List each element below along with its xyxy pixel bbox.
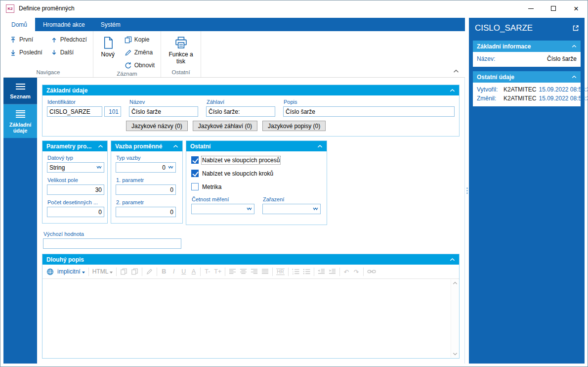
list-icon [16,82,25,91]
next-button[interactable]: Další [49,47,88,58]
tab-system[interactable]: Systém [93,18,128,31]
align-right-icon[interactable] [251,268,258,275]
zahlavi-input[interactable] [206,106,275,117]
font-color-icon[interactable]: A [190,268,197,275]
pocet-desetinnych-input[interactable] [47,207,104,217]
panel-splitter[interactable] [465,18,469,364]
minimize-button[interactable] [519,0,542,16]
identifikator-input[interactable] [47,106,102,117]
editor-content[interactable] [42,279,459,358]
section-zakladni-informace: Základní informace Název: Číslo šarže [473,41,581,67]
toolbar-separator [116,268,117,276]
field-nazev: Název [129,99,198,117]
change-button[interactable]: Změna [123,47,156,58]
collapse-panel-icon[interactable] [317,144,323,148]
editor-scrollbar[interactable] [451,279,459,358]
paste-icon[interactable] [131,268,138,275]
typ-vazby-select[interactable]: 0 [116,162,176,173]
vychozi-hodnota-input[interactable] [43,238,181,249]
tab-hromadne-akce[interactable]: Hromadné akce [35,18,93,31]
ribbon-group-ostatni: Funkce a tisk Ostatní [161,31,201,77]
jazykove-zahlavi-button[interactable]: Jazykové záhlaví (0) [193,121,257,131]
collapse-panel-icon[interactable] [450,89,455,92]
font-decrease-icon[interactable]: T- [204,268,210,275]
scroll-down-icon[interactable] [453,352,458,356]
nazev-input[interactable] [129,106,198,117]
horizontal-rule-icon[interactable]: HR [276,269,284,275]
checkbox-metrika[interactable] [191,183,199,190]
close-button[interactable]: × [565,0,588,16]
indent-icon[interactable] [329,268,336,275]
checkbox-nabizet-procesu[interactable] [191,156,199,164]
group-label-navigace: Navigace [3,69,93,77]
collapse-panel-icon[interactable] [450,258,455,262]
scroll-up-icon[interactable] [453,281,458,285]
functions-print-button[interactable]: Funkce a tisk [166,34,196,69]
checkbox-label[interactable]: Nabízet ve sloupcích kroků [202,170,273,177]
cetnost-mereni-select[interactable] [191,204,254,214]
previous-button[interactable]: Předchozí [49,34,88,45]
caret-down-icon [110,272,113,274]
align-left-icon[interactable] [229,268,236,275]
first-button[interactable]: První [8,34,44,45]
copy-button[interactable]: Kopie [123,34,156,45]
checkbox-label[interactable]: Nabízet ve sloupcích procesů [202,157,280,164]
pencil-icon [125,49,132,56]
undo-icon[interactable]: ↶ [343,268,350,275]
open-in-window-icon[interactable] [572,25,579,32]
collapse-panel-icon[interactable] [173,144,178,148]
redo-icon[interactable]: ↷ [353,268,360,275]
collapse-section-icon[interactable] [572,75,577,79]
jazykove-popisy-button[interactable]: Jazykové popisy (0) [262,121,326,131]
jazykove-nazvy-button[interactable]: Jazykové názvy (0) [126,121,188,131]
new-button[interactable]: Nový [98,34,118,71]
sidebar-item-zakladni-udaje[interactable]: Základní údaje [3,104,37,138]
maximize-button[interactable] [542,0,565,16]
edit-icon[interactable] [146,268,153,275]
checkbox-nabizet-kroku[interactable] [191,170,199,177]
underline-icon[interactable]: U [180,268,187,275]
align-center-icon[interactable] [240,268,247,275]
unordered-list-icon[interactable] [303,268,310,275]
arrow-down-icon [50,49,58,56]
nazev-row: Název: Číslo šarže [477,54,577,63]
link-icon[interactable] [367,269,376,274]
outdent-icon[interactable] [318,268,325,275]
align-justify-icon[interactable] [261,268,269,275]
parametr2-input[interactable] [116,207,176,217]
collapse-section-icon[interactable] [572,45,577,48]
collapse-ribbon-icon[interactable] [453,69,459,73]
font-increase-icon[interactable]: T+ [214,268,221,275]
last-button[interactable]: Poslední [8,47,44,58]
ribbon: První Poslední Předchozí [3,31,465,78]
tab-domu[interactable]: Domů [3,18,35,31]
italic-icon[interactable]: I [170,268,177,275]
collapse-panel-icon[interactable] [98,144,103,148]
identifikator-number-input[interactable] [104,106,121,117]
sidebar-item-seznam[interactable]: Seznam [3,78,37,104]
zakladni-udaje-label: Základní údaje [4,122,36,134]
language-select[interactable]: implicitní [57,268,85,275]
copy-label: Kopie [134,36,150,43]
zarazeni-select[interactable] [262,204,321,214]
new-document-icon [101,36,115,50]
copy-icon[interactable] [120,268,127,275]
checkbox-label[interactable]: Metrika [202,184,221,190]
refresh-button[interactable]: Obnovit [123,60,156,71]
html-mode-select[interactable]: HTML [92,268,113,275]
bold-icon[interactable]: B [161,268,167,275]
parametr1-input[interactable] [116,184,176,195]
close-icon: × [574,4,579,13]
zmenil-date: 15.09.2022 08:53:31 [539,95,588,102]
datovy-typ-select[interactable]: String [47,162,104,173]
velikost-pole-input[interactable] [47,184,104,195]
typ-vazby-label: Typ vazby [116,155,178,161]
ordered-list-icon[interactable] [292,268,299,275]
datovy-typ-label: Datový typ [47,155,103,161]
popis-input[interactable] [283,106,455,117]
toolbar-separator [272,268,273,276]
typ-vazby-value: 0 [118,164,168,171]
section-header-zakladni-informace[interactable]: Základní informace [473,41,581,52]
section-title: Základní informace [477,43,531,50]
section-header-ostatni-udaje[interactable]: Ostatní údaje [473,71,581,83]
